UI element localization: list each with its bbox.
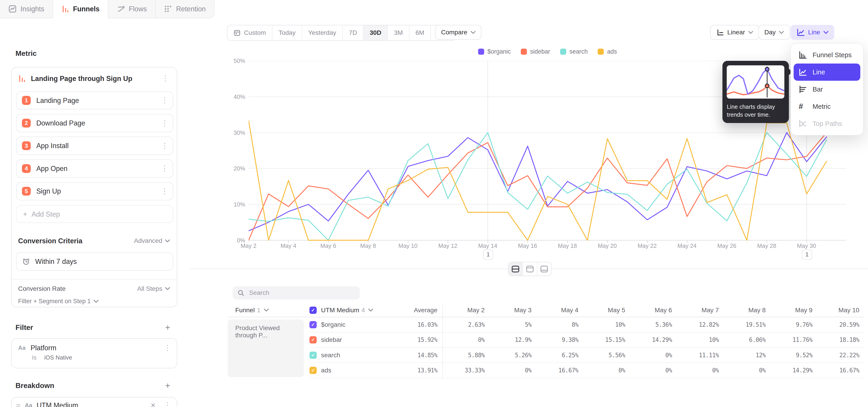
annotation-badge[interactable]: 1 — [802, 250, 812, 259]
menu-item-top-paths[interactable]: Top Paths — [794, 115, 860, 132]
kebab-menu-icon[interactable]: ⋮ — [160, 74, 171, 83]
x-tick-label: May 16 — [512, 243, 543, 249]
y-tick-label: 10% — [221, 201, 245, 208]
bar-chart-icon — [799, 85, 807, 94]
range-yesterday[interactable]: Yesterday — [302, 25, 343, 40]
top-tab-bar: Insights Funnels Flows Retention — [0, 0, 215, 18]
drag-handle-icon[interactable] — [16, 403, 21, 407]
tab-insights[interactable]: Insights — [0, 0, 53, 18]
range-30d[interactable]: 30D — [364, 25, 388, 40]
kebab-menu-icon[interactable]: ⋮ — [162, 343, 174, 353]
table-search[interactable] — [232, 286, 360, 300]
range-today[interactable]: Today — [272, 25, 302, 40]
funnel-column-header[interactable]: Funnel1 — [228, 304, 309, 317]
breakdown-column-header[interactable]: ✓UTM Medium4 — [309, 304, 393, 317]
date-column-header[interactable]: May 8 — [724, 304, 771, 317]
legend-label: sidebar — [530, 48, 550, 55]
funnel-step-row[interactable]: 1Landing Page⋮ — [16, 91, 174, 109]
range-6m[interactable]: 6M — [409, 25, 431, 40]
date-column-header[interactable]: May 9 — [771, 304, 817, 317]
date-column-header[interactable]: May 2 — [443, 304, 490, 317]
date-value: 18.18% — [817, 333, 864, 348]
menu-item-funnel-steps[interactable]: Funnel Steps — [794, 46, 860, 64]
table-row-label[interactable]: ✓search — [309, 348, 393, 363]
tab-funnels[interactable]: Funnels — [53, 0, 108, 18]
chart-view-toggle[interactable] — [523, 262, 537, 276]
table-row-label[interactable]: ✓sidebar — [309, 333, 393, 348]
funnel-step-row[interactable]: 4App Open⋮ — [16, 159, 174, 178]
filter-segment-dropdown[interactable]: Filter + Segment on Step 1 — [18, 298, 98, 305]
menu-item-metric[interactable]: # Metric — [794, 98, 860, 115]
average-column-header[interactable]: Average — [393, 304, 443, 317]
menu-item-line[interactable]: Line — [794, 64, 860, 81]
kebab-menu-icon[interactable]: ⋮ — [159, 187, 170, 196]
x-tick-label: May 14 — [472, 243, 503, 249]
table-row-label[interactable]: ✓$organic — [309, 317, 393, 333]
breakdown-card[interactable]: Aa UTM Medium ✕ ⋮ — [11, 397, 177, 407]
add-breakdown-button[interactable]: + — [163, 381, 172, 390]
date-value: 5.26% — [490, 348, 536, 363]
chevron-down-icon — [824, 31, 829, 34]
funnel-step-row[interactable]: 3App Install⋮ — [16, 136, 174, 155]
select-all-checkbox[interactable]: ✓ — [309, 307, 317, 314]
tab-flows[interactable]: Flows — [108, 0, 156, 18]
add-filter-button[interactable]: + — [163, 323, 172, 332]
date-column-header[interactable]: May 3 — [490, 304, 536, 317]
menu-item-bar[interactable]: Bar — [794, 81, 860, 98]
filter-card[interactable]: Aa Platform ⋮ Is iOS Native — [11, 338, 177, 368]
annotation-badge[interactable]: 1 — [483, 250, 493, 259]
date-value: 22.22% — [817, 348, 864, 363]
add-step-button[interactable]: + Add Step — [16, 205, 174, 223]
granularity-dropdown[interactable]: Day — [758, 25, 790, 40]
row-checkbox[interactable]: ✓ — [309, 352, 317, 359]
legend-item[interactable]: ads — [598, 48, 617, 55]
average-value: 15.92% — [393, 333, 443, 348]
row-checkbox[interactable]: ✓ — [309, 336, 317, 343]
conversion-window-row[interactable]: Within 7 days — [16, 252, 174, 271]
filter-heading: Filter — [16, 323, 33, 332]
step-number-badge: 2 — [22, 119, 31, 128]
kebab-menu-icon[interactable]: ⋮ — [159, 164, 170, 173]
filter-property: Platform — [31, 344, 157, 352]
date-column-header[interactable]: May 5 — [583, 304, 630, 317]
date-column-header[interactable]: May 10 — [817, 304, 864, 317]
remove-breakdown-icon[interactable]: ✕ — [149, 402, 157, 407]
range-3m[interactable]: 3M — [388, 25, 409, 40]
table-view-toggle[interactable] — [537, 262, 551, 276]
legend-item[interactable]: search — [560, 48, 588, 55]
funnel-step-row[interactable]: 5Sign Up⋮ — [16, 182, 174, 200]
legend-item[interactable]: sidebar — [521, 48, 550, 55]
date-value: 15.15% — [583, 333, 630, 348]
funnel-group-cell[interactable]: Product Viewed through P... — [228, 319, 304, 377]
conversion-rate-row: Conversion Rate All Steps — [18, 285, 170, 292]
kebab-menu-icon[interactable]: ⋮ — [159, 96, 170, 105]
date-value: 8% — [536, 317, 583, 333]
kebab-menu-icon[interactable]: ⋮ — [159, 119, 170, 128]
search-input[interactable] — [248, 289, 355, 297]
table-row-label[interactable]: ✓ads — [309, 363, 393, 378]
legend-item[interactable]: $organic — [478, 48, 511, 55]
chevron-down-icon — [165, 287, 170, 290]
funnel-step-row[interactable]: 2Download Page⋮ — [16, 114, 174, 132]
split-view-toggle[interactable] — [508, 262, 523, 276]
advanced-dropdown[interactable]: Advanced — [134, 237, 170, 244]
range-7d[interactable]: 7D — [343, 25, 364, 40]
row-checkbox[interactable]: ✓ — [309, 321, 317, 328]
date-column-header[interactable]: May 7 — [677, 304, 724, 317]
all-steps-dropdown[interactable]: All Steps — [137, 285, 170, 292]
scale-dropdown[interactable]: Linear — [710, 25, 759, 40]
date-value: 14.29% — [630, 333, 677, 348]
segment-label: sidebar — [321, 336, 342, 343]
kebab-menu-icon[interactable]: ⋮ — [159, 141, 170, 151]
funnel-title-row[interactable]: Landing Page through Sign Up ⋮ — [18, 72, 171, 85]
metric-heading: Metric — [16, 49, 37, 58]
row-checkbox[interactable]: ✓ — [309, 367, 317, 374]
tab-retention[interactable]: Retention — [156, 0, 214, 18]
kebab-menu-icon[interactable]: ⋮ — [162, 401, 174, 407]
range-custom[interactable]: Custom — [227, 25, 272, 40]
step-label: App Install — [36, 142, 153, 150]
date-column-header[interactable]: May 4 — [536, 304, 583, 317]
compare-button[interactable]: Compare — [435, 25, 482, 40]
date-column-header[interactable]: May 6 — [630, 304, 677, 317]
chart-type-dropdown[interactable]: Line — [790, 25, 834, 40]
